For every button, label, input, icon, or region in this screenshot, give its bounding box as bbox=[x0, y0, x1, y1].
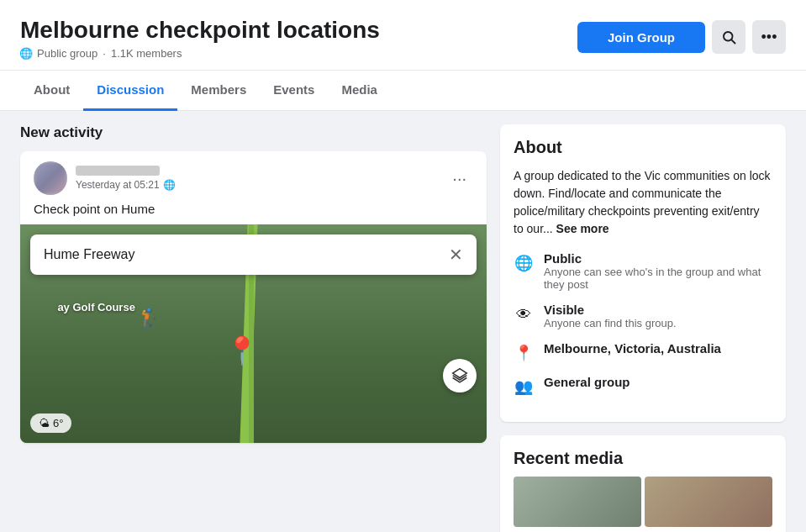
recent-media-title: Recent media bbox=[514, 449, 772, 468]
section-label: New activity bbox=[20, 124, 487, 141]
about-card: About A group dedicated to the Vic commu… bbox=[500, 124, 786, 422]
main-content: New activity Yesterday at 05:21 🌐 bbox=[0, 111, 806, 532]
group-title: Melbourne checkpoint locations bbox=[20, 17, 380, 44]
about-item-type: 👥 General group bbox=[514, 375, 772, 397]
location-title: Melbourne, Victoria, Australia bbox=[544, 341, 772, 356]
group-type-icon: 👥 bbox=[514, 377, 534, 397]
media-thumb-1[interactable] bbox=[514, 477, 641, 527]
location-icon: 📍 bbox=[514, 343, 534, 363]
post-more-button[interactable]: ··· bbox=[445, 166, 473, 192]
more-options-button[interactable]: ••• bbox=[752, 20, 786, 54]
public-title: Public bbox=[544, 251, 772, 266]
tab-media[interactable]: Media bbox=[328, 71, 391, 111]
group-type-title: General group bbox=[544, 375, 772, 389]
visible-title: Visible bbox=[544, 303, 772, 317]
group-type: Public group bbox=[37, 47, 97, 60]
weather-temp: 6° bbox=[53, 417, 63, 429]
map-golf-label: ay Golf Course bbox=[57, 301, 134, 313]
post-card: Yesterday at 05:21 🌐 ··· Check point on … bbox=[20, 151, 487, 443]
member-count: 1.1K members bbox=[111, 47, 182, 60]
group-header: Melbourne checkpoint locations 🌐 Public … bbox=[0, 0, 806, 70]
post-text: Check point on Hume bbox=[20, 202, 487, 224]
media-thumb-2[interactable] bbox=[645, 477, 772, 527]
search-button[interactable] bbox=[712, 20, 745, 54]
post-user-row: Yesterday at 05:21 🌐 bbox=[34, 161, 176, 195]
avatar bbox=[34, 161, 67, 195]
visible-subtitle: Anyone can find this group. bbox=[544, 317, 772, 329]
about-item-visible: 👁 Visible Anyone can find this group. bbox=[514, 303, 772, 329]
tab-members[interactable]: Members bbox=[177, 71, 260, 111]
public-icon: 🌐 bbox=[514, 253, 534, 273]
map-pin-icon: 📍 bbox=[225, 334, 259, 366]
visibility-icon: 🌐 bbox=[163, 179, 176, 191]
about-title: About bbox=[514, 138, 772, 157]
group-meta: 🌐 Public group · 1.1K members bbox=[20, 47, 380, 60]
tab-about[interactable]: About bbox=[20, 71, 83, 111]
map-container: Hume Freeway ✕ ay Golf Course 🏌️ 📍 bbox=[20, 224, 487, 443]
globe-icon: 🌐 bbox=[20, 48, 32, 60]
svg-line-1 bbox=[731, 40, 735, 43]
map-layers-button[interactable] bbox=[443, 359, 477, 392]
map-close-icon[interactable]: ✕ bbox=[449, 245, 463, 265]
map-weather: 🌤 6° bbox=[30, 413, 71, 433]
weather-icon: 🌤 bbox=[39, 417, 50, 429]
map-figure-icon: 🏌️ bbox=[137, 308, 160, 329]
map-search-bar: Hume Freeway ✕ bbox=[30, 234, 477, 275]
right-column: About A group dedicated to the Vic commu… bbox=[500, 124, 786, 532]
visible-icon: 👁 bbox=[514, 304, 534, 324]
search-icon bbox=[721, 29, 736, 45]
post-username bbox=[76, 166, 160, 176]
header-actions: Join Group ••• bbox=[577, 20, 786, 54]
post-user-info: Yesterday at 05:21 🌐 bbox=[76, 166, 176, 191]
about-item-public: 🌐 Public Anyone can see who's in the gro… bbox=[514, 251, 772, 291]
layers-icon bbox=[451, 367, 468, 384]
left-column: New activity Yesterday at 05:21 🌐 bbox=[20, 124, 487, 532]
more-dots-icon: ••• bbox=[761, 29, 777, 46]
recent-media-card: Recent media bbox=[500, 435, 786, 532]
tab-events[interactable]: Events bbox=[260, 71, 328, 111]
post-header: Yesterday at 05:21 🌐 ··· bbox=[20, 151, 487, 202]
about-item-location: 📍 Melbourne, Victoria, Australia bbox=[514, 341, 772, 363]
about-description: A group dedicated to the Vic communities… bbox=[514, 167, 772, 238]
join-group-button[interactable]: Join Group bbox=[577, 22, 705, 53]
see-more-link[interactable]: See more bbox=[556, 222, 609, 235]
media-thumbnails bbox=[514, 477, 772, 527]
tabs-bar: About Discussion Members Events Media bbox=[0, 71, 806, 111]
public-subtitle: Anyone can see who's in the group and wh… bbox=[544, 266, 772, 291]
map-search-text: Hume Freeway bbox=[44, 247, 134, 262]
post-time: Yesterday at 05:21 🌐 bbox=[76, 179, 176, 191]
tab-discussion[interactable]: Discussion bbox=[83, 71, 177, 111]
